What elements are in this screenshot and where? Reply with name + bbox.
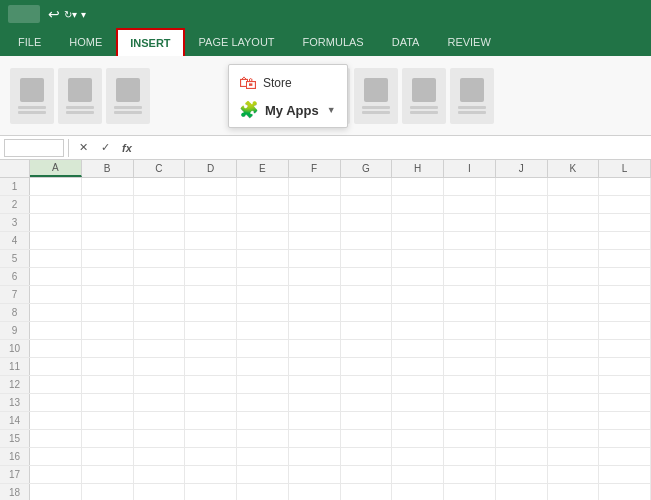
grid-cell[interactable] — [341, 196, 393, 213]
grid-cell[interactable] — [496, 286, 548, 303]
grid-cell[interactable] — [82, 448, 134, 465]
grid-cell[interactable] — [185, 340, 237, 357]
grid-cell[interactable] — [237, 466, 289, 483]
grid-cell[interactable] — [134, 394, 186, 411]
grid-cell[interactable] — [548, 304, 600, 321]
grid-cell[interactable] — [30, 466, 82, 483]
grid-cell[interactable] — [134, 304, 186, 321]
grid-cell[interactable] — [30, 286, 82, 303]
grid-cell[interactable] — [444, 340, 496, 357]
grid-cell[interactable] — [341, 466, 393, 483]
col-header-l[interactable]: L — [599, 160, 651, 177]
cancel-formula-btn[interactable]: ✕ — [73, 139, 93, 157]
grid-cell[interactable] — [496, 484, 548, 500]
grid-cell[interactable] — [496, 250, 548, 267]
grid-cell[interactable] — [134, 196, 186, 213]
grid-cell[interactable] — [289, 376, 341, 393]
grid-cell[interactable] — [134, 466, 186, 483]
grid-cell[interactable] — [82, 304, 134, 321]
grid-cell[interactable] — [289, 304, 341, 321]
ribbon-icon-filter[interactable] — [354, 68, 398, 124]
grid-cell[interactable] — [289, 430, 341, 447]
grid-cell[interactable] — [185, 286, 237, 303]
grid-cell[interactable] — [444, 448, 496, 465]
grid-cell[interactable] — [82, 340, 134, 357]
grid-cell[interactable] — [237, 430, 289, 447]
grid-cell[interactable] — [237, 250, 289, 267]
grid-cell[interactable] — [548, 394, 600, 411]
grid-cell[interactable] — [548, 232, 600, 249]
grid-cell[interactable] — [185, 196, 237, 213]
grid-cell[interactable] — [444, 394, 496, 411]
grid-cell[interactable] — [30, 394, 82, 411]
grid-cell[interactable] — [341, 484, 393, 500]
grid-cell[interactable] — [496, 322, 548, 339]
grid-cell[interactable] — [496, 340, 548, 357]
grid-cell[interactable] — [30, 358, 82, 375]
grid-cell[interactable] — [185, 394, 237, 411]
grid-cell[interactable] — [496, 268, 548, 285]
grid-cell[interactable] — [599, 250, 651, 267]
tab-review[interactable]: REVIEW — [433, 28, 504, 56]
grid-cell[interactable] — [289, 448, 341, 465]
grid-cell[interactable] — [496, 412, 548, 429]
grid-cell[interactable] — [30, 430, 82, 447]
grid-cell[interactable] — [237, 178, 289, 195]
tab-formulas[interactable]: FORMULAS — [289, 28, 378, 56]
grid-cell[interactable] — [134, 250, 186, 267]
grid-cell[interactable] — [548, 484, 600, 500]
formula-input[interactable] — [139, 139, 647, 157]
grid-cell[interactable] — [341, 304, 393, 321]
customize-icon[interactable]: ▾ — [81, 9, 86, 20]
grid-cell[interactable] — [82, 430, 134, 447]
grid-cell[interactable] — [548, 412, 600, 429]
grid-cell[interactable] — [289, 250, 341, 267]
grid-cell[interactable] — [134, 268, 186, 285]
grid-cell[interactable] — [496, 304, 548, 321]
grid-cell[interactable] — [496, 178, 548, 195]
enter-formula-btn[interactable]: ✓ — [95, 139, 115, 157]
grid-cell[interactable] — [392, 448, 444, 465]
grid-cell[interactable] — [237, 448, 289, 465]
grid-cell[interactable] — [599, 448, 651, 465]
grid-cell[interactable] — [289, 178, 341, 195]
grid-cell[interactable] — [185, 268, 237, 285]
grid-cell[interactable] — [341, 394, 393, 411]
grid-cell[interactable] — [548, 358, 600, 375]
ribbon-icon-text[interactable] — [450, 68, 494, 124]
grid-cell[interactable] — [548, 448, 600, 465]
grid-cell[interactable] — [134, 448, 186, 465]
grid-cell[interactable] — [237, 232, 289, 249]
grid-cell[interactable] — [237, 214, 289, 231]
grid-cell[interactable] — [496, 376, 548, 393]
grid-cell[interactable] — [392, 376, 444, 393]
grid-cell[interactable] — [82, 196, 134, 213]
col-header-g[interactable]: G — [341, 160, 393, 177]
grid-cell[interactable] — [444, 286, 496, 303]
grid-cell[interactable] — [82, 322, 134, 339]
grid-cell[interactable] — [496, 394, 548, 411]
grid-cell[interactable] — [341, 214, 393, 231]
grid-cell[interactable] — [82, 268, 134, 285]
grid-cell[interactable] — [134, 286, 186, 303]
grid-cell[interactable] — [444, 250, 496, 267]
grid-cell[interactable] — [134, 340, 186, 357]
col-header-d[interactable]: D — [185, 160, 237, 177]
grid-cell[interactable] — [548, 214, 600, 231]
grid-cell[interactable] — [237, 358, 289, 375]
tab-data[interactable]: DATA — [378, 28, 434, 56]
grid-cell[interactable] — [392, 214, 444, 231]
grid-cell[interactable] — [237, 322, 289, 339]
grid-cell[interactable] — [289, 286, 341, 303]
grid-cell[interactable] — [392, 412, 444, 429]
grid-cell[interactable] — [185, 250, 237, 267]
grid-cell[interactable] — [341, 322, 393, 339]
grid-cell[interactable] — [392, 250, 444, 267]
grid-cell[interactable] — [237, 286, 289, 303]
col-header-a[interactable]: A — [30, 160, 82, 177]
grid-cell[interactable] — [237, 394, 289, 411]
grid-cell[interactable] — [496, 430, 548, 447]
store-item[interactable]: 🛍 Store — [229, 69, 347, 97]
col-header-j[interactable]: J — [496, 160, 548, 177]
tab-page-layout[interactable]: PAGE LAYOUT — [185, 28, 289, 56]
